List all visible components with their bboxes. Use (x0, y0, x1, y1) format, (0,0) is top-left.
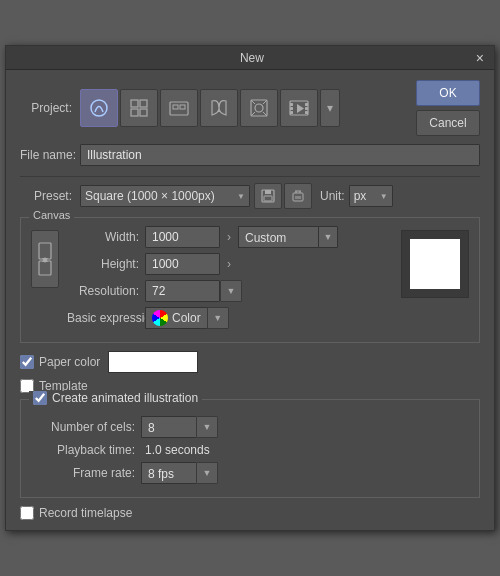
orientation-button[interactable] (31, 230, 59, 288)
svg-rect-1 (131, 100, 138, 107)
animation-section: Create animated illustration Number of c… (20, 399, 480, 498)
record-timelapse-label[interactable]: Record timelapse (20, 506, 132, 520)
filename-label: File name: (20, 148, 80, 162)
custom-select-arrow-btn[interactable]: ▼ (318, 226, 338, 248)
cels-row: Number of cels: 8 ▼ (31, 416, 469, 438)
spacer (31, 408, 469, 416)
resolution-row: Resolution: ▼ (67, 280, 393, 302)
svg-rect-6 (173, 105, 178, 109)
svg-rect-15 (290, 103, 293, 106)
svg-rect-24 (264, 196, 272, 201)
record-timelapse-text: Record timelapse (39, 506, 132, 520)
filename-input[interactable] (80, 144, 480, 166)
svg-rect-16 (290, 107, 293, 110)
project-icon-film[interactable] (280, 89, 318, 127)
unit-select-wrapper: px mm cm in (349, 185, 393, 207)
playback-row: Playback time: 1.0 seconds (31, 443, 469, 457)
custom-select-display: Custom (238, 226, 318, 248)
project-icon-comic[interactable] (120, 89, 158, 127)
preset-label: Preset: (20, 189, 80, 203)
cels-display: 8 (141, 416, 196, 438)
canvas-inner: Width: › Custom ▼ Height: › (31, 226, 469, 334)
project-icon-illustration[interactable] (80, 89, 118, 127)
ok-cancel-group: OK Cancel (416, 80, 480, 136)
svg-rect-32 (39, 243, 51, 259)
close-button[interactable]: × (474, 51, 486, 65)
width-row: Width: › Custom ▼ (67, 226, 393, 248)
record-timelapse-row: Record timelapse (20, 506, 480, 520)
canvas-orientation (31, 230, 59, 288)
new-dialog: New × Project: (5, 45, 495, 531)
resolution-input[interactable] (145, 280, 220, 302)
canvas-section: Canvas (20, 217, 480, 343)
width-input[interactable] (145, 226, 220, 248)
paper-color-checkbox[interactable] (20, 355, 34, 369)
color-row: Basic expression color: Color ▼ (67, 307, 393, 329)
project-icon-toolbar: ▾ (80, 89, 408, 127)
canvas-preview (401, 230, 469, 298)
project-row: Project: (20, 80, 480, 136)
svg-rect-23 (265, 190, 271, 194)
preset-select-wrapper: Square (1000 × 1000px) A4 Letter Custom (80, 185, 250, 207)
svg-rect-33 (39, 261, 51, 275)
height-row: Height: › (67, 253, 393, 275)
dialog-title: New (30, 51, 474, 65)
preset-select[interactable]: Square (1000 × 1000px) A4 Letter Custom (80, 185, 250, 207)
color-circle-icon (152, 310, 168, 326)
paper-color-row: Paper color (20, 351, 480, 373)
svg-rect-7 (180, 105, 185, 109)
svg-rect-19 (305, 107, 308, 110)
cancel-button[interactable]: Cancel (416, 110, 480, 136)
custom-dropdown: Custom ▼ (238, 226, 338, 248)
preset-save-btn[interactable] (254, 183, 282, 209)
color-label: Basic expression color: (67, 311, 145, 325)
svg-point-0 (91, 100, 107, 116)
paper-color-text: Paper color (39, 355, 100, 369)
canvas-preview-white (410, 239, 460, 289)
preset-delete-btn[interactable] (284, 183, 312, 209)
project-icon-animation[interactable] (160, 89, 198, 127)
height-label: Height: (67, 257, 145, 271)
framerate-label: Frame rate: (31, 466, 141, 480)
height-arrow-btn[interactable]: › (220, 253, 238, 275)
project-icon-book[interactable] (200, 89, 238, 127)
preset-row: Preset: Square (1000 × 1000px) A4 Letter… (20, 183, 480, 209)
playback-label: Playback time: (31, 443, 141, 457)
framerate-display: 8 fps (141, 462, 196, 484)
svg-rect-4 (140, 109, 147, 116)
animation-title-text: Create animated illustration (52, 391, 198, 405)
svg-rect-20 (305, 111, 308, 114)
width-label: Width: (67, 230, 145, 244)
resolution-dropdown-btn[interactable]: ▼ (220, 280, 242, 302)
animation-section-title: Create animated illustration (29, 391, 202, 405)
canvas-fields: Width: › Custom ▼ Height: › (67, 226, 393, 334)
width-arrow-btn[interactable]: › (220, 226, 238, 248)
playback-value: 1.0 seconds (145, 443, 210, 457)
paper-color-label[interactable]: Paper color (20, 355, 100, 369)
svg-rect-18 (305, 103, 308, 106)
project-icon-render[interactable] (240, 89, 278, 127)
framerate-dropdown-btn[interactable]: ▼ (196, 462, 218, 484)
cels-label: Number of cels: (31, 420, 141, 434)
record-timelapse-checkbox[interactable] (20, 506, 34, 520)
color-value-label: Color (172, 311, 201, 325)
paper-color-swatch[interactable] (108, 351, 198, 373)
svg-rect-3 (131, 109, 138, 116)
color-select-display[interactable]: Color (145, 307, 208, 329)
color-dropdown-btn[interactable]: ▼ (207, 307, 229, 329)
divider-1 (20, 176, 480, 177)
svg-rect-17 (290, 111, 293, 114)
unit-select[interactable]: px mm cm in (349, 185, 393, 207)
framerate-row: Frame rate: 8 fps ▼ (31, 462, 469, 484)
cels-dropdown-btn[interactable]: ▼ (196, 416, 218, 438)
svg-marker-21 (297, 104, 304, 113)
canvas-section-title: Canvas (29, 209, 74, 221)
title-bar: New × (6, 46, 494, 70)
project-more-arrow[interactable]: ▾ (320, 89, 340, 127)
height-input[interactable] (145, 253, 220, 275)
resolution-label: Resolution: (67, 284, 145, 298)
project-label: Project: (20, 101, 80, 115)
svg-point-9 (255, 104, 263, 112)
animation-checkbox[interactable] (33, 391, 47, 405)
ok-button[interactable]: OK (416, 80, 480, 106)
